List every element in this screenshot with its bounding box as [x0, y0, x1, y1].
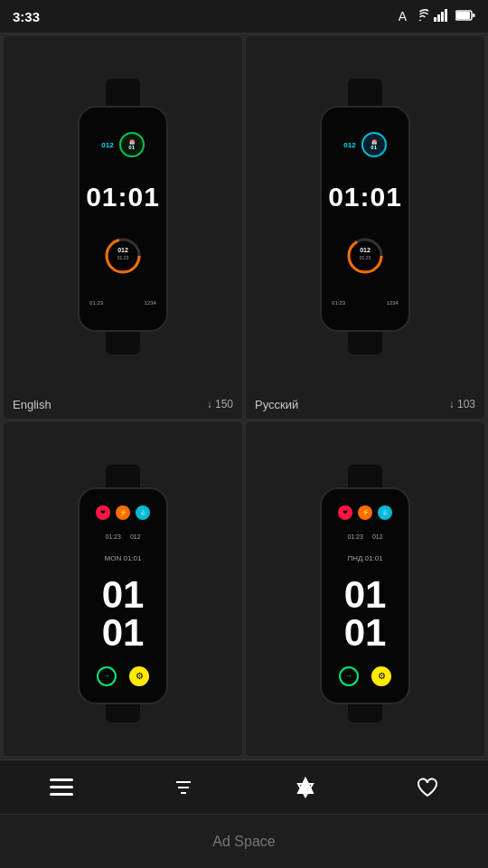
sort-button[interactable]: [283, 765, 328, 810]
svg-rect-2: [441, 12, 444, 22]
watch-image-4: ❤ ⚡ 💧 01:23 012 ПНД 01:01 0101: [246, 422, 484, 757]
status-icons: A: [399, 9, 475, 24]
watch-item-3[interactable]: ❤ ⚡ 💧 01:23 012 MON 01:01 0101: [4, 422, 242, 757]
svg-text:012: 012: [360, 247, 371, 253]
watch-image-3: ❤ ⚡ 💧 01:23 012 MON 01:01 0101: [4, 422, 242, 757]
signal-icon: [434, 9, 450, 24]
status-time: 3:33: [13, 9, 40, 24]
svg-text:012: 012: [117, 247, 128, 253]
svg-text:01:23: 01:23: [117, 255, 128, 260]
ad-text: Ad Space: [212, 834, 275, 850]
watch-image-2: 012 📅 01 01:01 012 0: [246, 36, 484, 392]
filter-button[interactable]: [161, 765, 206, 810]
watch-label-1: English ↓ 150: [4, 392, 242, 419]
status-bar: 3:33 A: [0, 0, 488, 33]
svg-rect-0: [434, 17, 436, 22]
svg-rect-16: [50, 786, 73, 788]
svg-text:01:23: 01:23: [359, 255, 371, 260]
favorites-button[interactable]: [405, 765, 450, 810]
watch-image-1: 012 📅 01 01:01 012 0: [4, 36, 242, 392]
bottom-toolbar: [0, 760, 488, 814]
svg-rect-6: [473, 14, 475, 17]
watch-item-2[interactable]: 012 📅 01 01:01 012 0: [246, 36, 484, 419]
watch-downloads-1: ↓ 150: [207, 398, 233, 410]
notification-icon: A: [399, 9, 407, 24]
watch-item-4[interactable]: ❤ ⚡ 💧 01:23 012 ПНД 01:01 0101: [246, 422, 484, 757]
watch-downloads-2: ↓ 103: [449, 398, 475, 410]
svg-rect-17: [50, 793, 73, 796]
svg-rect-15: [50, 778, 73, 781]
watch-language-1: English: [13, 398, 52, 411]
watch-label-2: Русский ↓ 103: [246, 392, 484, 419]
svg-rect-1: [437, 14, 440, 22]
ad-banner: Ad Space: [0, 814, 488, 868]
svg-rect-3: [445, 9, 447, 22]
svg-marker-21: [298, 778, 313, 793]
menu-button[interactable]: [39, 765, 84, 810]
svg-rect-5: [456, 12, 470, 19]
watch-language-2: Русский: [255, 398, 298, 411]
wifi-icon: [412, 9, 428, 24]
watch-item-1[interactable]: 012 📅 01 01:01 012 0: [4, 36, 242, 419]
watch-grid: 012 📅 01 01:01 012 0: [0, 33, 488, 760]
battery-icon: [455, 9, 475, 24]
